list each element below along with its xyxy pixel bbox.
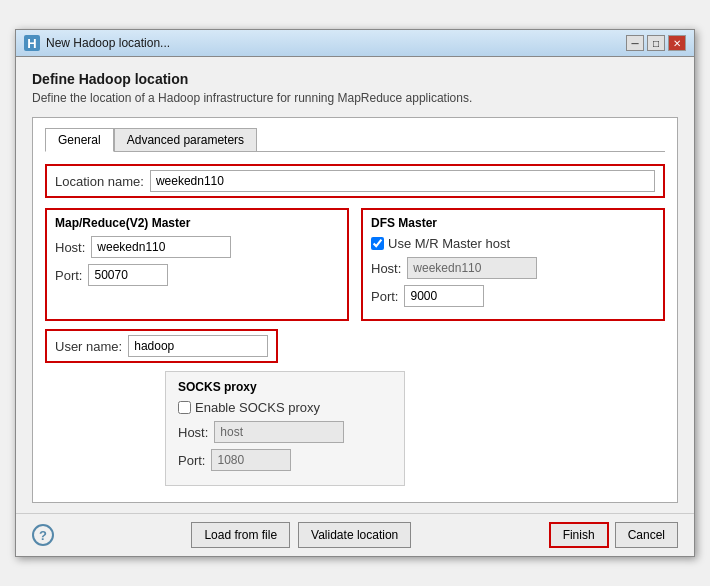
socks-enable-label: Enable SOCKS proxy: [195, 400, 320, 415]
dfs-port-row: Port:: [371, 285, 655, 307]
validate-location-button[interactable]: Validate location: [298, 522, 411, 548]
user-name-section: User name:: [45, 329, 278, 363]
titlebar-buttons: ─ □ ✕: [626, 35, 686, 51]
dfs-host-input[interactable]: [407, 257, 537, 279]
tab-advanced[interactable]: Advanced parameters: [114, 128, 257, 152]
dfs-master-title: DFS Master: [371, 216, 655, 230]
socks-host-row: Host:: [178, 421, 392, 443]
main-window: H New Hadoop location... ─ □ ✕ Define Ha…: [15, 29, 695, 557]
titlebar: H New Hadoop location... ─ □ ✕: [16, 30, 694, 57]
dfs-port-input[interactable]: [404, 285, 484, 307]
socks-outer: SOCKS proxy Enable SOCKS proxy Host: Por…: [45, 371, 665, 486]
dfs-host-label: Host:: [371, 261, 401, 276]
bottom-right-buttons: Finish Cancel: [549, 522, 678, 548]
socks-port-label: Port:: [178, 453, 205, 468]
two-col-masters: Map/Reduce(V2) Master Host: Port: DFS Ma…: [45, 208, 665, 321]
mr-port-label: Port:: [55, 268, 82, 283]
window-icon: H: [24, 35, 40, 51]
dfs-use-mr-row: Use M/R Master host: [371, 236, 655, 251]
cancel-button[interactable]: Cancel: [615, 522, 678, 548]
help-button[interactable]: ?: [32, 524, 54, 546]
bottom-left-buttons: ?: [32, 524, 54, 546]
socks-title: SOCKS proxy: [178, 380, 392, 394]
mr-host-input[interactable]: [91, 236, 231, 258]
window-title: New Hadoop location...: [46, 36, 170, 50]
location-name-label: Location name:: [55, 174, 144, 189]
tab-general[interactable]: General: [45, 128, 114, 152]
mr-host-label: Host:: [55, 240, 85, 255]
titlebar-left: H New Hadoop location...: [24, 35, 170, 51]
socks-host-input[interactable]: [214, 421, 344, 443]
page-subtext: Define the location of a Hadoop infrastr…: [32, 91, 678, 105]
bottom-bar: ? Load from file Validate location Finis…: [16, 513, 694, 556]
dfs-host-row: Host:: [371, 257, 655, 279]
user-name-label: User name:: [55, 339, 122, 354]
dfs-master-section: DFS Master Use M/R Master host Host: Por…: [361, 208, 665, 321]
socks-enable-row: Enable SOCKS proxy: [178, 400, 392, 415]
maximize-button[interactable]: □: [647, 35, 665, 51]
mr-port-row: Port:: [55, 264, 339, 286]
load-from-file-button[interactable]: Load from file: [191, 522, 290, 548]
action-buttons-left: Load from file Validate location: [191, 522, 411, 548]
finish-button[interactable]: Finish: [549, 522, 609, 548]
minimize-button[interactable]: ─: [626, 35, 644, 51]
tabs: General Advanced parameters: [45, 128, 665, 152]
dfs-port-label: Port:: [371, 289, 398, 304]
mr-host-row: Host:: [55, 236, 339, 258]
close-button[interactable]: ✕: [668, 35, 686, 51]
user-name-input[interactable]: [128, 335, 268, 357]
mr-port-input[interactable]: [88, 264, 168, 286]
socks-host-label: Host:: [178, 425, 208, 440]
socks-port-row: Port:: [178, 449, 392, 471]
mr-master-section: Map/Reduce(V2) Master Host: Port:: [45, 208, 349, 321]
dfs-use-mr-checkbox[interactable]: [371, 237, 384, 250]
mr-master-title: Map/Reduce(V2) Master: [55, 216, 339, 230]
location-name-row: Location name:: [45, 164, 665, 198]
location-name-input[interactable]: [150, 170, 655, 192]
main-panel: General Advanced parameters Location nam…: [32, 117, 678, 503]
socks-enable-checkbox[interactable]: [178, 401, 191, 414]
page-heading: Define Hadoop location: [32, 71, 678, 87]
window-content: Define Hadoop location Define the locati…: [16, 57, 694, 513]
dfs-use-mr-label: Use M/R Master host: [388, 236, 510, 251]
socks-port-input[interactable]: [211, 449, 291, 471]
socks-section: SOCKS proxy Enable SOCKS proxy Host: Por…: [165, 371, 405, 486]
